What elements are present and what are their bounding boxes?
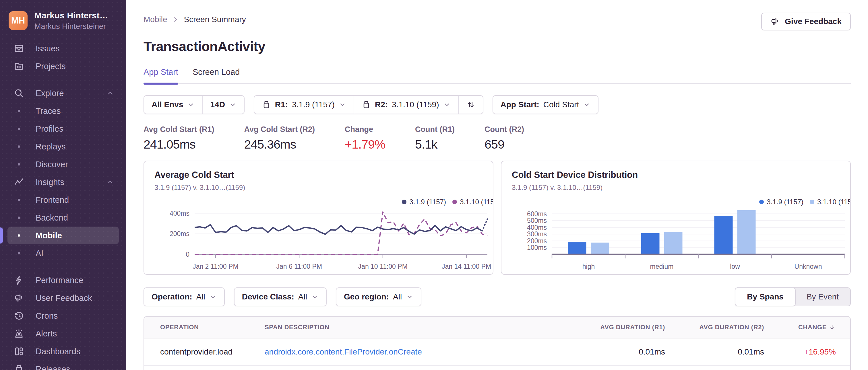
sidebar-item-mobile[interactable]: Mobile (7, 227, 119, 244)
release1-prefix: R1: (275, 100, 288, 109)
org-name: Markus Hintersteiner (34, 22, 108, 31)
sidebar-item-label: Frontend (36, 195, 69, 205)
bullet-icon (14, 230, 24, 241)
stat-label: Count (R2) (485, 125, 524, 134)
sidebar-item-insights[interactable]: Insights (7, 173, 119, 191)
device-class-filter[interactable]: Device Class: All (235, 288, 326, 306)
svg-text:200ms: 200ms (527, 237, 547, 245)
view-toggle: By Spans By Event (735, 288, 851, 306)
sidebar-item-label: Profiles (36, 124, 63, 134)
sidebar-item-label: Dashboards (36, 347, 81, 356)
sidebar-item-label: Insights (36, 177, 64, 187)
give-feedback-button[interactable]: Give Feedback (761, 12, 851, 30)
release1-selector[interactable]: R1: 3.1.9 (1157) (254, 96, 353, 113)
svg-text:300ms: 300ms (527, 230, 547, 238)
date-range-filter[interactable]: 14D (203, 96, 244, 113)
environment-filter-label: All Envs (152, 100, 183, 109)
tab-screen-load[interactable]: Screen Load (193, 67, 240, 83)
sidebar-item-ai[interactable]: AI (7, 244, 119, 262)
page-title: TransactionActivity (144, 38, 851, 54)
sidebar-gap (0, 262, 126, 271)
bullet-icon (14, 124, 24, 134)
toggle-by-spans[interactable]: By Spans (735, 288, 796, 306)
sidebar-item-label: Replays (36, 142, 66, 152)
table-row: contentprovider.load androidx.core.conte… (144, 338, 850, 366)
col-avg-duration-r2[interactable]: AVG DURATION (R2) (665, 324, 764, 331)
tab-app-start[interactable]: App Start (144, 67, 178, 83)
chart-subtitle: 3.1.9 (1157) v. 3.1.10…(1159) (512, 183, 850, 192)
release2-selector[interactable]: R2: 3.1.10 (1159) (354, 96, 458, 113)
sidebar-item-profiles[interactable]: Profiles (7, 120, 119, 138)
sidebar-item-traces[interactable]: Traces (7, 102, 119, 120)
stat-count-r2: Count (R2) 659 (485, 125, 524, 152)
stat-label: Change (345, 125, 385, 134)
sidebar-item-frontend[interactable]: Frontend (7, 191, 119, 209)
bullet-icon (14, 106, 24, 116)
sidebar-item-user-feedback[interactable]: User Feedback (7, 289, 119, 307)
chevron-down-icon (311, 293, 319, 301)
sidebar-item-label: Backend (36, 213, 68, 223)
stat-value: 245.36ms (244, 137, 315, 152)
trend-line-icon (14, 177, 24, 187)
col-avg-duration-r1[interactable]: AVG DURATION (R1) (545, 324, 665, 331)
col-operation[interactable]: OPERATION (144, 324, 265, 331)
sidebar-item-discover[interactable]: Discover (7, 156, 119, 173)
breadcrumb-mobile[interactable]: Mobile (144, 15, 167, 24)
bullet-icon (14, 141, 24, 152)
device-class-value: All (298, 292, 307, 301)
sidebar-item-replays[interactable]: Replays (7, 138, 119, 156)
svg-text:Unknown: Unknown (795, 263, 822, 270)
sidebar-item-releases[interactable]: Releases (7, 360, 119, 370)
sidebar-item-label: Explore (36, 89, 64, 98)
sidebar-item-backend[interactable]: Backend (7, 209, 119, 227)
sidebar-item-issues[interactable]: Issues (7, 40, 119, 57)
environment-filter[interactable]: All Envs (144, 96, 202, 113)
svg-text:Jan 6 11:00 PM: Jan 6 11:00 PM (276, 263, 322, 270)
sidebar-item-dashboards[interactable]: Dashboards (7, 342, 119, 360)
bullet-icon (14, 248, 24, 259)
chevron-down-icon (229, 101, 237, 108)
operation-filter[interactable]: Operation: All (144, 288, 224, 306)
sidebar-item-label: Alerts (36, 329, 57, 338)
env-date-filter-group: All Envs 14D (144, 95, 245, 114)
toggle-by-event[interactable]: By Event (795, 288, 850, 306)
sidebar-item-performance[interactable]: Performance (7, 271, 119, 289)
chart-title: Cold Start Device Distribution (512, 170, 850, 180)
sidebar-item-label: Performance (36, 276, 83, 285)
release-compare-group: R1: 3.1.9 (1157) R2: 3.1.10 (1159) (254, 95, 484, 114)
inbox-icon (14, 43, 24, 54)
sidebar-item-crons[interactable]: Crons (7, 307, 119, 325)
app-start-type-filter[interactable]: App Start: Cold Start (493, 96, 598, 113)
chevron-down-icon (443, 101, 451, 108)
app-start-type-group: App Start: Cold Start (493, 95, 599, 114)
device-distribution-bar-chart[interactable]: 100ms200ms300ms400ms500ms600mshighmedium… (512, 201, 850, 273)
chevron-up-icon[interactable] (106, 89, 114, 97)
release1-value: 3.1.9 (1157) (292, 100, 335, 109)
main-content: Mobile Screen Summary Give Feedback Tran… (126, 0, 868, 370)
svg-text:low: low (730, 263, 740, 270)
bullet-icon (14, 212, 24, 223)
device-distribution-chart-card: Cold Start Device Distribution 3.1.9 (11… (501, 161, 851, 275)
stat-value: 659 (485, 137, 524, 152)
chevron-down-icon (583, 101, 590, 108)
svg-text:high: high (582, 263, 595, 270)
avatar: MH (9, 11, 28, 30)
operation-value: All (196, 292, 205, 301)
chevron-up-icon[interactable] (106, 178, 114, 186)
col-span-description[interactable]: SPAN DESCRIPTION (265, 324, 545, 331)
swap-releases-button[interactable] (459, 96, 483, 113)
cell-change: +16.95% (764, 347, 850, 357)
geo-region-filter[interactable]: Geo region: All (336, 288, 421, 306)
sidebar-item-explore[interactable]: Explore (7, 84, 119, 102)
col-change[interactable]: CHANGE (764, 324, 850, 331)
cell-span-description-link[interactable]: androidx.core.content.FileProvider.onCre… (265, 347, 422, 356)
breadcrumb: Mobile Screen Summary (144, 15, 246, 24)
sidebar-item-label: Releases (36, 365, 70, 370)
sidebar-item-alerts[interactable]: Alerts (7, 325, 119, 342)
megaphone-icon (770, 17, 780, 26)
chevron-down-icon (339, 101, 346, 108)
sidebar-item-projects[interactable]: Projects (7, 57, 119, 75)
org-user-switcher[interactable]: MH Markus Hinterst… Markus Hintersteiner (0, 0, 126, 34)
avg-cold-start-line-chart[interactable]: 0200ms400msJan 2 11:00 PMJan 6 11:00 PMJ… (154, 201, 493, 273)
sidebar-item-label: Mobile (36, 231, 62, 240)
